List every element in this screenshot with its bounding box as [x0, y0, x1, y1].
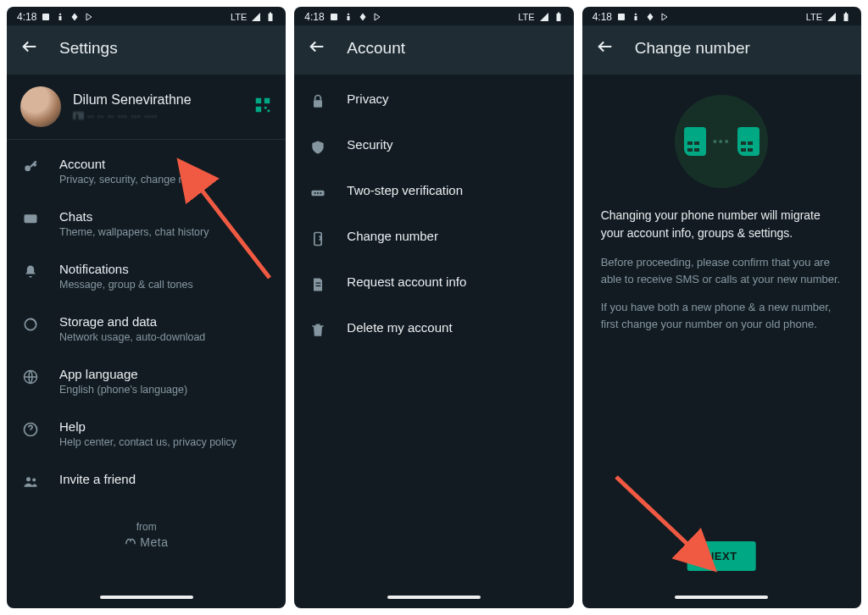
- item-title: Notifications: [59, 262, 270, 276]
- bell-icon: [22, 263, 41, 284]
- notif-icon-4: [372, 12, 382, 22]
- sim-swap-illustration: •••: [675, 95, 768, 188]
- signal-icon: [251, 12, 261, 22]
- status-bar: 4:18 LTE: [582, 7, 861, 25]
- settings-item-language[interactable]: App languageEnglish (phone's language): [7, 355, 286, 407]
- next-button[interactable]: NEXT: [687, 541, 756, 571]
- status-bar: 4:18 LTE: [7, 7, 286, 25]
- notif-icon-3: [358, 12, 368, 22]
- item-title: Security: [347, 137, 558, 152]
- account-item-privacy[interactable]: Privacy: [294, 80, 573, 125]
- battery-icon: [554, 12, 564, 22]
- network-label: LTE: [231, 12, 247, 22]
- page-title: Change number: [635, 39, 750, 58]
- item-subtitle: Theme, wallpapers, chat history: [59, 226, 270, 238]
- notif-icon-3: [70, 12, 80, 22]
- item-subtitle: Help center, contact us, privacy policy: [59, 436, 270, 448]
- info-paragraph-2: Before proceeding, please confirm that y…: [601, 254, 843, 287]
- settings-item-chats[interactable]: ChatsTheme, wallpapers, chat history: [7, 197, 286, 250]
- item-title: Two-step verification: [347, 183, 558, 197]
- phone-swap-icon: [309, 230, 328, 251]
- svg-rect-17: [556, 14, 560, 21]
- notif-icon-2: [55, 12, 65, 22]
- settings-list: AccountPrivacy, security, change number …: [7, 140, 286, 506]
- svg-rect-16: [331, 14, 337, 20]
- info-paragraph-3: If you have both a new phone & a new num…: [601, 299, 843, 332]
- profile-status: I'll ·· ·· ·· ··· ··· ····: [73, 110, 242, 122]
- svg-rect-3: [256, 98, 261, 103]
- status-bar: 4:18 LTE: [294, 7, 573, 25]
- people-icon: [22, 474, 41, 494]
- document-icon: [309, 276, 328, 296]
- item-title: Chats: [59, 209, 270, 224]
- svg-rect-26: [316, 285, 321, 286]
- footer-meta: from Meta: [7, 521, 286, 549]
- notif-icon-1: [616, 12, 626, 22]
- battery-icon: [265, 12, 275, 22]
- settings-item-storage[interactable]: Storage and dataNetwork usage, auto-down…: [7, 302, 286, 355]
- notif-icon-3: [645, 12, 655, 22]
- settings-item-help[interactable]: HelpHelp center, contact us, privacy pol…: [7, 407, 286, 460]
- globe-icon: [22, 368, 41, 389]
- item-title: Help: [59, 419, 270, 434]
- svg-rect-2: [270, 13, 271, 14]
- svg-rect-28: [618, 14, 625, 20]
- back-icon[interactable]: [596, 37, 615, 59]
- avatar: [20, 86, 61, 127]
- svg-point-14: [32, 479, 36, 482]
- notif-icon-4: [84, 12, 94, 22]
- signal-icon: [539, 12, 549, 22]
- shield-icon: [309, 139, 328, 159]
- nav-handle[interactable]: [582, 586, 861, 608]
- item-title: App language: [59, 367, 270, 381]
- settings-item-notifications[interactable]: NotificationsMessage, group & call tones: [7, 250, 286, 302]
- sim-icon: [684, 127, 706, 156]
- trash-icon: [309, 322, 328, 342]
- screen-change-number: 4:18 LTE Change number ••• Changing your…: [582, 7, 861, 608]
- item-title: Storage and data: [59, 314, 270, 329]
- svg-rect-1: [269, 14, 273, 21]
- key-icon: [22, 158, 41, 179]
- svg-rect-0: [42, 14, 49, 20]
- account-item-security[interactable]: Security: [294, 125, 573, 171]
- account-item-change-number[interactable]: Change number: [294, 217, 573, 263]
- back-icon[interactable]: [308, 37, 326, 59]
- footer-brand: Meta: [7, 535, 286, 549]
- notif-icon-1: [329, 12, 339, 22]
- nav-handle[interactable]: [7, 586, 286, 608]
- svg-point-13: [26, 477, 31, 481]
- footer-from: from: [7, 521, 286, 533]
- item-title: Request account info: [347, 274, 558, 289]
- clock: 4:18: [304, 11, 324, 23]
- svg-rect-29: [843, 14, 848, 21]
- svg-rect-5: [256, 107, 261, 112]
- svg-rect-7: [268, 110, 270, 113]
- item-title: Privacy: [347, 91, 558, 106]
- notif-icon-4: [659, 12, 670, 22]
- appbar-change-number: Change number: [582, 25, 861, 75]
- help-icon: [22, 421, 41, 441]
- settings-item-account[interactable]: AccountPrivacy, security, change number: [7, 145, 286, 197]
- notif-icon-2: [343, 12, 353, 22]
- signal-icon: [826, 12, 837, 22]
- account-item-delete[interactable]: Delete my account: [294, 308, 573, 354]
- profile-name: Dilum Senevirathne: [73, 92, 242, 108]
- page-title: Account: [347, 39, 405, 58]
- svg-rect-19: [314, 100, 322, 107]
- qr-icon[interactable]: [253, 96, 272, 118]
- clock: 4:18: [17, 11, 36, 23]
- nav-handle[interactable]: [294, 586, 573, 608]
- settings-item-invite[interactable]: Invite a friend: [7, 460, 286, 506]
- battery-icon: [841, 12, 851, 22]
- svg-rect-9: [25, 214, 37, 223]
- page-title: Settings: [59, 39, 118, 58]
- svg-point-21: [314, 192, 316, 194]
- account-item-twostep[interactable]: Two-step verification: [294, 171, 573, 217]
- svg-rect-30: [845, 13, 847, 14]
- lock-icon: [309, 93, 328, 114]
- svg-point-22: [317, 192, 319, 194]
- profile-row[interactable]: Dilum Senevirathne I'll ·· ·· ·· ··· ···…: [7, 75, 286, 140]
- back-icon[interactable]: [20, 37, 39, 59]
- item-title: Change number: [347, 229, 558, 243]
- account-item-request-info[interactable]: Request account info: [294, 263, 573, 308]
